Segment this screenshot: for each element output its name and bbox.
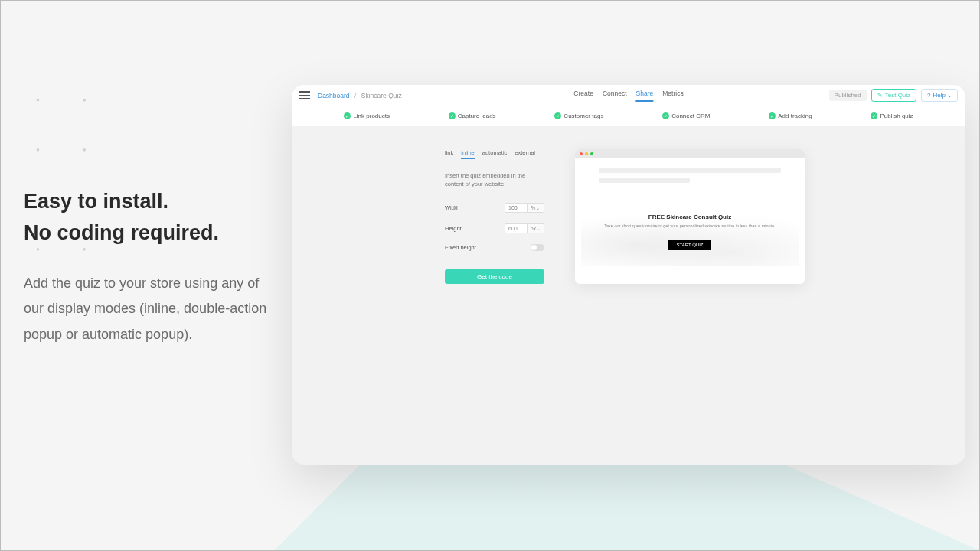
headline-line-1: Easy to install. <box>24 186 276 217</box>
step-customer-tags[interactable]: ✓Customer tags <box>554 112 603 119</box>
test-quiz-button[interactable]: ✎ Test Quiz <box>871 89 916 102</box>
help-icon: ? <box>927 92 930 99</box>
check-icon: ✓ <box>449 112 456 119</box>
app-window: Dashboard / Skincare Quiz Create Connect… <box>292 85 965 465</box>
preview-start-button[interactable]: START QUIZ <box>668 240 710 250</box>
mode-link[interactable]: link <box>445 149 453 159</box>
breadcrumb: Dashboard / Skincare Quiz <box>318 92 402 99</box>
chevron-down-icon: ⌄ <box>536 205 540 210</box>
mode-description: Insert the quiz embedded in the content … <box>445 171 544 189</box>
chevron-down-icon: ⌄ <box>948 93 952 98</box>
decorative-dots: ●● <box>36 96 129 103</box>
width-label: Width <box>445 204 491 211</box>
step-connect-crm[interactable]: ✓Connect CRM <box>662 112 710 119</box>
step-capture-leads[interactable]: ✓Capture leads <box>449 112 496 119</box>
fixed-height-toggle[interactable] <box>531 244 544 251</box>
check-icon: ✓ <box>344 112 351 119</box>
tab-share[interactable]: Share <box>636 90 654 102</box>
browser-chrome <box>575 149 805 158</box>
preview-panel: FREE Skincare Consult Quiz Take our shor… <box>575 149 805 284</box>
height-label: Height <box>445 225 491 232</box>
tab-connect[interactable]: Connect <box>603 90 627 102</box>
width-unit-select[interactable]: %⌄ <box>528 203 544 213</box>
check-icon: ✓ <box>554 112 561 119</box>
breadcrumb-current: Skincare Quiz <box>361 92 402 99</box>
mode-external[interactable]: external <box>514 149 535 159</box>
step-publish-quiz[interactable]: ✓Publish quiz <box>871 112 913 119</box>
breadcrumb-dashboard[interactable]: Dashboard <box>318 92 350 99</box>
mode-inline[interactable]: inline <box>461 149 475 159</box>
menu-icon[interactable] <box>299 90 310 101</box>
mode-automatic[interactable]: automatic <box>482 149 508 159</box>
step-add-tracking[interactable]: ✓Add tracking <box>769 112 812 119</box>
height-input[interactable] <box>505 223 528 233</box>
marketing-subtext: Add the quiz to your store using any of … <box>24 271 276 347</box>
headline-line-2: No coding required. <box>24 217 276 249</box>
preview-background <box>581 198 799 266</box>
chevron-down-icon: ⌄ <box>537 226 541 231</box>
traffic-maximize-icon <box>590 152 593 155</box>
check-icon: ✓ <box>662 112 669 119</box>
skeleton-line <box>599 168 781 173</box>
edit-icon: ✎ <box>877 92 883 99</box>
get-code-button[interactable]: Get the code <box>445 269 544 284</box>
decorative-dots: ●● <box>36 146 129 153</box>
check-icon: ✓ <box>871 112 877 119</box>
preview-quiz-title: FREE Skincare Consult Quiz <box>589 214 791 220</box>
fixed-height-label: Fixed height <box>445 244 491 251</box>
status-published: Published <box>829 90 867 101</box>
preview-quiz-subtitle: Take our short questionnaire to get your… <box>589 223 791 228</box>
step-link-products[interactable]: ✓Link products <box>344 112 390 119</box>
traffic-close-icon <box>580 152 583 155</box>
tab-create[interactable]: Create <box>573 90 593 102</box>
help-button[interactable]: ? Help ⌄ <box>921 89 958 102</box>
height-unit-select[interactable]: px⌄ <box>528 223 544 233</box>
skeleton-line <box>599 178 690 183</box>
width-input[interactable] <box>505 203 528 213</box>
check-icon: ✓ <box>769 112 776 119</box>
traffic-minimize-icon <box>585 152 588 155</box>
tab-metrics[interactable]: Metrics <box>662 90 683 102</box>
